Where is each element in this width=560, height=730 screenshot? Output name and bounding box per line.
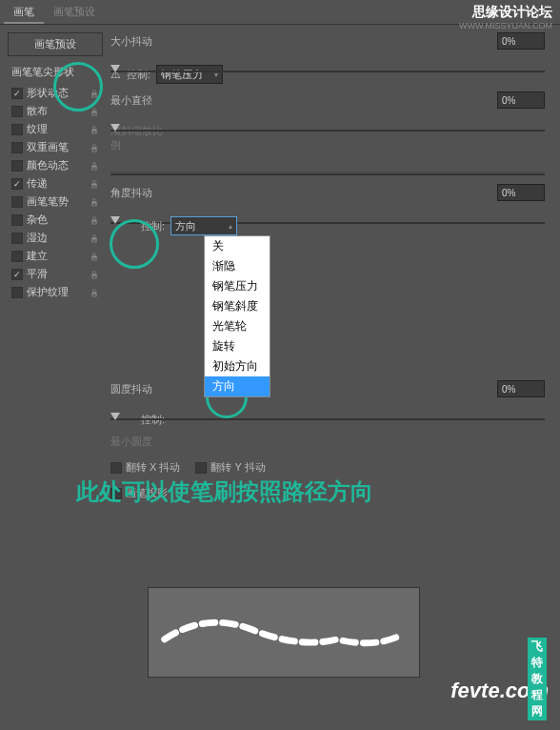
lock-icon: [90, 270, 99, 279]
flip-x-item[interactable]: 翻转 X 抖动: [110, 460, 180, 475]
sidebar-item-label: 传递: [27, 176, 48, 191]
sidebar-item-6[interactable]: 画笔笔势: [8, 193, 103, 211]
sidebar-item-0[interactable]: 形状动态: [8, 84, 103, 102]
divider: [110, 172, 545, 172]
min-diameter-row: 最小直径: [110, 91, 545, 109]
control1-row: ⚠ 控制: 钢笔压力 ▾: [110, 65, 545, 84]
wave-stroke: [149, 588, 419, 677]
dropdown-item[interactable]: 钢笔压力: [205, 276, 270, 296]
watermark-url: WWW.MISSYUAN.COM: [459, 21, 552, 30]
checkbox[interactable]: [11, 124, 23, 135]
control2-label: 控制:: [141, 219, 165, 233]
control2-select[interactable]: 方向 ▴: [170, 216, 237, 235]
lock-icon: [90, 233, 99, 243]
checkbox[interactable]: [11, 233, 23, 244]
sidebar-item-2[interactable]: 纹理: [8, 120, 103, 138]
sidebar-item-label: 形状动态: [27, 86, 69, 100]
min-diameter-input[interactable]: [497, 91, 545, 109]
watermark-title: 思缘设计论坛: [472, 4, 552, 21]
angle-jitter-input[interactable]: [497, 184, 545, 201]
dropdown-item[interactable]: 方向: [205, 376, 270, 396]
sidebar-item-5[interactable]: 传递: [8, 174, 103, 193]
sidebar-item-label: 散布: [27, 104, 48, 118]
lock-icon: [90, 252, 99, 261]
flip-y-label: 翻转 Y 抖动: [210, 460, 265, 475]
size-jitter-label: 大小抖动: [110, 34, 168, 49]
sidebar: 画笔预设 画笔笔尖形状 形状动态散布纹理双重画笔颜色动态传递画笔笔势杂色湿边建立…: [8, 32, 103, 500]
lock-icon: [90, 288, 99, 297]
checkbox[interactable]: [11, 251, 23, 262]
lock-icon: [90, 161, 99, 171]
angle-jitter-row: 角度抖动: [110, 184, 545, 201]
checkbox[interactable]: [11, 142, 23, 153]
flip-row: 翻转 X 抖动 翻转 Y 抖动: [110, 460, 545, 475]
checkbox[interactable]: [11, 160, 23, 172]
checkbox[interactable]: [11, 88, 23, 99]
annotation-text: 此处可以使笔刷按照路径方向: [76, 477, 373, 507]
control2-row: 控制: 方向 ▴ 关渐隐钢笔压力钢笔斜度光笔轮旋转初始方向方向: [141, 216, 545, 235]
content-area: 大小抖动 ⚠ 控制: 钢笔压力 ▾ 最小直径 倾斜缩放比例 角度抖动: [103, 32, 552, 500]
roundness-jitter-input[interactable]: [497, 380, 545, 397]
lock-icon: [90, 125, 99, 134]
sidebar-item-1[interactable]: 散布: [8, 102, 103, 120]
sidebar-item-label: 双重画笔: [27, 140, 69, 154]
control1-label: 控制:: [127, 68, 150, 82]
sidebar-item-9[interactable]: 建立: [8, 247, 103, 265]
control2-value: 方向: [175, 219, 196, 233]
control2-dropdown: 关渐隐钢笔压力钢笔斜度光笔轮旋转初始方向方向: [204, 235, 270, 397]
sidebar-item-label: 画笔笔势: [27, 194, 69, 209]
lock-icon: [90, 89, 99, 98]
dropdown-item[interactable]: 渐隐: [205, 256, 270, 276]
control1-select[interactable]: 钢笔压力 ▾: [156, 65, 223, 84]
roundness-jitter-label: 圆度抖动: [110, 382, 168, 396]
tab-preset[interactable]: 画笔预设: [44, 2, 105, 24]
sidebar-item-label: 保护纹理: [27, 285, 69, 299]
checkbox[interactable]: [11, 269, 23, 280]
min-roundness-row: 最小圆度: [110, 435, 545, 449]
tab-brush[interactable]: 画笔: [4, 2, 44, 24]
sidebar-item-label: 杂色: [27, 213, 48, 227]
checkbox[interactable]: [11, 196, 23, 208]
min-roundness-label: 最小圆度: [110, 435, 168, 449]
brush-preview: [148, 587, 420, 678]
sidebar-tip-shape[interactable]: 画笔笔尖形状: [8, 63, 103, 81]
min-diameter-label: 最小直径: [110, 93, 168, 108]
lock-icon: [90, 179, 99, 189]
chevron-updown-icon: ▴: [229, 222, 232, 231]
sidebar-item-8[interactable]: 湿边: [8, 229, 103, 247]
dropdown-item[interactable]: 光笔轮: [205, 316, 270, 336]
dropdown-item[interactable]: 旋转: [205, 336, 270, 356]
sidebar-item-4[interactable]: 颜色动态: [8, 156, 103, 174]
sidebar-item-label: 湿边: [27, 231, 48, 245]
sidebar-item-label: 纹理: [27, 122, 48, 136]
lock-icon: [90, 215, 99, 225]
flip-x-checkbox[interactable]: [110, 462, 122, 474]
lock-icon: [90, 107, 99, 116]
sidebar-item-label: 颜色动态: [27, 158, 69, 172]
angle-jitter-label: 角度抖动: [110, 186, 168, 200]
sidebar-item-label: 平滑: [27, 267, 48, 281]
roundness-jitter-row: 圆度抖动: [110, 380, 545, 397]
sidebar-item-3[interactable]: 双重画笔: [8, 138, 103, 156]
brush-preset-button[interactable]: 画笔预设: [8, 32, 103, 56]
checkbox[interactable]: [11, 106, 23, 117]
lock-icon: [90, 143, 99, 152]
dropdown-item[interactable]: 关: [205, 236, 270, 256]
checkbox[interactable]: [11, 214, 23, 226]
tilt-scale-row: 倾斜缩放比例: [110, 124, 545, 152]
size-jitter-input[interactable]: [497, 32, 545, 50]
dropdown-item[interactable]: 初始方向: [205, 356, 270, 376]
sidebar-item-label: 建立: [27, 249, 48, 263]
checkbox[interactable]: [11, 287, 23, 298]
logo-sub: 飞特教程网: [528, 638, 547, 720]
flip-y-item[interactable]: 翻转 Y 抖动: [195, 460, 265, 475]
tip-shape-label: 画笔笔尖形状: [11, 65, 74, 79]
flip-y-checkbox[interactable]: [195, 462, 207, 474]
main-panel: 画笔预设 画笔笔尖形状 形状动态散布纹理双重画笔颜色动态传递画笔笔势杂色湿边建立…: [0, 25, 560, 508]
dropdown-item[interactable]: 钢笔斜度: [205, 296, 270, 316]
checkbox[interactable]: [11, 178, 23, 190]
sidebar-item-10[interactable]: 平滑: [8, 265, 103, 283]
sidebar-item-11[interactable]: 保护纹理: [8, 283, 103, 301]
size-jitter-row: 大小抖动: [110, 32, 545, 50]
sidebar-item-7[interactable]: 杂色: [8, 211, 103, 229]
